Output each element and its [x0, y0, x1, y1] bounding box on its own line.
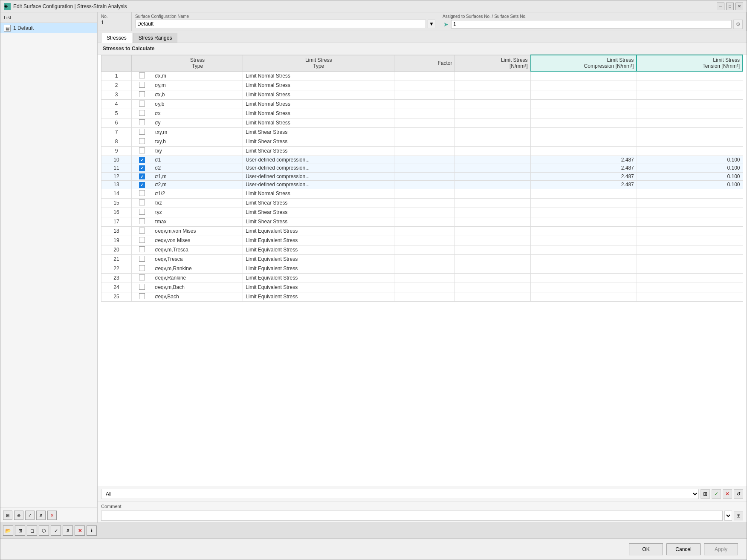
cell-limit-stress [455, 109, 531, 118]
row-checkbox[interactable] [139, 228, 145, 234]
row-checkbox[interactable] [139, 82, 145, 88]
cell-check[interactable] [132, 226, 152, 236]
table-row: 14 σ1/2 Limit Normal Stress [101, 189, 743, 198]
toolbar-info-btn[interactable]: ℹ [87, 525, 97, 536]
cell-check[interactable] [132, 81, 152, 90]
table-row: 13 σ2,m User-defined compression... 2.48… [101, 181, 743, 189]
cell-num: 25 [101, 292, 132, 301]
comment-copy-btn[interactable]: ⊞ [734, 511, 743, 520]
row-checkbox[interactable] [139, 209, 145, 215]
apply-button[interactable]: Apply [704, 543, 738, 555]
cell-check[interactable] [132, 273, 152, 283]
toolbar-check-btn[interactable]: ✓ [51, 525, 61, 536]
row-checkbox[interactable] [139, 246, 145, 252]
toolbar-open-btn[interactable]: 📂 [3, 525, 13, 536]
row-checkbox[interactable] [139, 274, 145, 280]
minimize-button[interactable]: ─ [717, 3, 724, 10]
toolbar-delete-btn[interactable]: ✕ [75, 525, 85, 536]
cell-check[interactable] [132, 99, 152, 109]
sidebar-copy-btn[interactable]: ⊞ [3, 511, 12, 520]
cell-check[interactable] [132, 164, 152, 173]
cell-check[interactable] [132, 181, 152, 189]
filter-dropdown[interactable]: All [101, 489, 699, 499]
cell-check[interactable] [132, 208, 152, 217]
row-checkbox[interactable] [139, 138, 145, 144]
cell-num: 20 [101, 245, 132, 254]
reset-btn[interactable]: ↺ [734, 489, 743, 499]
row-checkbox[interactable] [139, 237, 145, 243]
toolbar-uncheck-btn[interactable]: ✗ [63, 525, 73, 536]
cell-limit-type: User-defined compression... [243, 164, 394, 173]
assigned-settings-btn[interactable]: ⚙ [733, 20, 743, 29]
row-checkbox[interactable] [139, 72, 145, 78]
row-checkbox[interactable] [139, 199, 145, 205]
cell-compression [531, 264, 637, 273]
sidebar-item-default[interactable]: ▤ 1 Default [0, 23, 97, 33]
row-checkbox[interactable] [139, 284, 145, 290]
config-name-dropdown[interactable]: ▼ [428, 20, 435, 28]
cell-check[interactable] [132, 189, 152, 198]
row-checkbox[interactable] [139, 157, 145, 163]
uncheck-all-btn[interactable]: ✕ [723, 489, 732, 499]
cell-check[interactable] [132, 109, 152, 118]
row-checkbox[interactable] [139, 218, 145, 224]
toolbar-node-btn[interactable]: ⬡ [39, 525, 49, 536]
cell-check[interactable] [132, 127, 152, 137]
cell-check[interactable] [132, 137, 152, 146]
cell-num: 6 [101, 118, 132, 127]
cell-check[interactable] [132, 118, 152, 127]
close-button[interactable]: ✕ [735, 3, 743, 10]
comment-dropdown[interactable] [724, 511, 732, 521]
row-checkbox[interactable] [139, 182, 145, 188]
config-name-input[interactable] [135, 20, 426, 28]
copy-btn[interactable]: ⊞ [701, 489, 710, 499]
cell-check[interactable] [132, 264, 152, 273]
table-row: 15 τxz Limit Shear Stress [101, 198, 743, 208]
cell-check[interactable] [132, 283, 152, 292]
sidebar-uncheck-btn[interactable]: ✗ [36, 511, 46, 520]
cell-check[interactable] [132, 254, 152, 264]
row-checkbox[interactable] [139, 165, 145, 171]
cell-check[interactable] [132, 146, 152, 156]
table-container[interactable]: StressType Limit StressType Factor Limit… [98, 55, 747, 486]
cell-compression [531, 71, 637, 81]
comment-input[interactable] [101, 511, 723, 521]
cell-compression [531, 146, 637, 156]
maximize-button[interactable]: □ [726, 3, 734, 10]
row-checkbox[interactable] [139, 101, 145, 107]
cell-check[interactable] [132, 236, 152, 245]
cell-check[interactable] [132, 217, 152, 226]
check-all-btn[interactable]: ✓ [712, 489, 721, 499]
row-checkbox[interactable] [139, 256, 145, 262]
cell-check[interactable] [132, 245, 152, 254]
cell-limit-type: User-defined compression... [243, 181, 394, 189]
sidebar-delete-btn[interactable]: ✕ [47, 511, 57, 520]
row-checkbox[interactable] [139, 119, 145, 125]
cell-check[interactable] [132, 90, 152, 99]
tab-stresses[interactable]: Stresses [101, 33, 132, 43]
cell-check[interactable] [132, 292, 152, 301]
row-checkbox[interactable] [139, 173, 145, 179]
sidebar-add-btn[interactable]: ⊕ [14, 511, 23, 520]
cell-compression [531, 283, 637, 292]
cell-check[interactable] [132, 198, 152, 208]
sidebar-check-btn[interactable]: ✓ [25, 511, 35, 520]
cell-check[interactable] [132, 172, 152, 181]
row-checkbox[interactable] [139, 293, 145, 299]
cell-compression [531, 189, 637, 198]
toolbar-grid-btn[interactable]: ⊞ [15, 525, 25, 536]
ok-button[interactable]: OK [629, 543, 663, 555]
row-checkbox[interactable] [139, 110, 145, 116]
cell-check[interactable] [132, 71, 152, 81]
assigned-input[interactable] [451, 20, 732, 29]
tab-stress-ranges[interactable]: Stress Ranges [133, 33, 178, 43]
row-checkbox[interactable] [139, 265, 145, 271]
row-checkbox[interactable] [139, 129, 145, 135]
row-checkbox[interactable] [139, 147, 145, 153]
sidebar: List ▤ 1 Default ⊞ ⊕ ✓ ✗ ✕ [0, 12, 98, 522]
cancel-button[interactable]: Cancel [666, 543, 701, 555]
row-checkbox[interactable] [139, 91, 145, 97]
cell-check[interactable] [132, 156, 152, 164]
toolbar-surface-btn[interactable]: ◻ [27, 525, 37, 536]
row-checkbox[interactable] [139, 190, 145, 196]
